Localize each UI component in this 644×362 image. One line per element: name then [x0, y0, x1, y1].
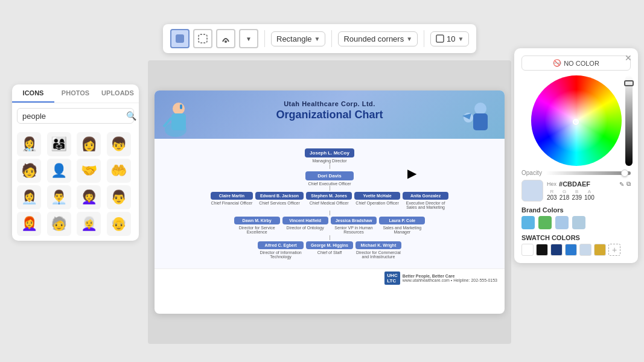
shape-chevron: ▼: [314, 36, 320, 42]
level3-node-3: Yvette McHale Chief Operation Officer: [354, 192, 400, 209]
icon-item[interactable]: 👩‍🦳: [77, 212, 101, 236]
copy-hex-icon[interactable]: ⧉: [626, 180, 631, 188]
svg-rect-3: [436, 35, 444, 42]
swatch-colors-row: +: [521, 244, 631, 256]
icon-item[interactable]: 👨‍💼: [47, 185, 71, 209]
search-icon[interactable]: 🔍: [126, 111, 136, 121]
brand-swatch-1[interactable]: [538, 216, 552, 229]
color-values-row: Hex #CBDAEF ✎ ⧉ R 203 G 218 B 239: [521, 180, 631, 202]
search-input[interactable]: [22, 112, 124, 121]
color-wheel-container[interactable]: [531, 75, 622, 166]
node-coo: Dori Davis: [305, 171, 354, 180]
no-color-label: NO COLOR: [564, 60, 599, 67]
swatch-darkblue[interactable]: [550, 244, 563, 256]
tab-icons[interactable]: ICONS: [12, 84, 54, 103]
icon-item[interactable]: 👩‍💼: [17, 185, 41, 209]
b-col: B 239: [572, 189, 582, 201]
icon-grid: 👩‍⚕️ 👨‍👩‍👧 👩 👦 🧑 👤 🤝 🤲 👩‍💼 👨‍💼 👩‍🦱 👨 👩‍🦰…: [12, 129, 139, 241]
separator2: [331, 30, 332, 47]
search-box: 🔍: [17, 108, 134, 124]
svg-point-5: [173, 103, 185, 115]
level5-node-1: George M. Higgins Chief of Staff: [306, 241, 353, 259]
icon-item[interactable]: 👩: [77, 132, 101, 156]
size-value: 10: [447, 34, 455, 43]
solid-shape-btn[interactable]: [170, 29, 190, 48]
color-inputs: Hex #CBDAEF ✎ ⧉ R 203 G 218 B 239: [547, 180, 631, 201]
icon-item[interactable]: 🤝: [77, 159, 101, 183]
color-wheel[interactable]: [531, 75, 622, 166]
org-body: Joseph L. McCoy Managing Director Dori D…: [155, 139, 505, 268]
header-figure-left: [161, 97, 209, 139]
swatch-gold[interactable]: [594, 244, 606, 256]
icon-item[interactable]: 👨: [107, 185, 131, 209]
size-icon: [436, 34, 444, 43]
icon-item[interactable]: 🧓: [47, 212, 71, 236]
no-color-icon: 🚫: [553, 59, 561, 67]
brand-colors-swatches: [521, 216, 631, 229]
role-ceo: Managing Director: [159, 159, 500, 163]
footer-text: Better People, Better Care: [403, 274, 497, 278]
icon-item[interactable]: 👴: [107, 212, 131, 236]
add-swatch-button[interactable]: +: [608, 244, 620, 256]
saturation-cursor[interactable]: [624, 80, 634, 86]
brand-swatch-3[interactable]: [572, 216, 585, 229]
corners-select[interactable]: Rounded corners ▼: [338, 31, 418, 46]
level4-node-3: Laura P. Cole Sales and Marketing Manage…: [379, 217, 425, 234]
shape-select[interactable]: Rectangle ▼: [271, 31, 325, 46]
swatch-black[interactable]: [536, 244, 548, 256]
icon-item[interactable]: 🤲: [107, 159, 131, 183]
tab-uploads[interactable]: UPLOADS: [97, 84, 139, 103]
icon-item[interactable]: 👩‍⚕️: [17, 132, 41, 156]
dashed-shape-btn[interactable]: [193, 29, 212, 48]
color-picker-panel: ✕ 🚫 NO COLOR Opacity Hex #CBDAEF ✎ ⧉: [514, 48, 638, 263]
level5-node-2: Michael K. Wright Director for Commercia…: [355, 241, 401, 259]
org-footer: UHCLTC Better People, Better Care www.ut…: [155, 268, 505, 287]
level4-node-2: Jessica Bradshaw Senior VP in Human Reso…: [331, 217, 377, 234]
org-chart-card: Utah Healthcare Corp. Ltd. Organizationa…: [155, 91, 505, 314]
org-header: Utah Healthcare Corp. Ltd. Organizationa…: [155, 91, 505, 139]
swatch-blue[interactable]: [565, 244, 577, 256]
separator: [264, 30, 265, 47]
org-company-name: Utah Healthcare Corp. Ltd.: [161, 100, 499, 107]
swatch-white[interactable]: [521, 244, 534, 256]
svg-rect-8: [180, 104, 182, 109]
level3-node-0: Claire Martin Chief Financial Officer: [211, 192, 253, 209]
style-btn[interactable]: [216, 29, 235, 48]
icon-item[interactable]: 👦: [107, 132, 131, 156]
icon-item[interactable]: 👩‍🦰: [17, 212, 41, 236]
saturation-bar-container[interactable]: [625, 75, 633, 166]
icon-item[interactable]: 👨‍👩‍👧: [47, 132, 71, 156]
edit-hex-icon[interactable]: ✎: [619, 181, 624, 188]
hex-row: Hex #CBDAEF ✎ ⧉: [547, 180, 631, 188]
brand-swatch-2[interactable]: [555, 216, 569, 229]
icon-item[interactable]: 👤: [47, 159, 71, 183]
current-color-swatch: [521, 180, 543, 202]
opacity-label: Opacity: [521, 170, 542, 176]
tab-photos[interactable]: PHOTOS: [54, 84, 97, 103]
svg-rect-10: [473, 113, 488, 130]
size-select[interactable]: 10 ▼: [430, 31, 469, 46]
opacity-handle[interactable]: [621, 170, 628, 177]
icon-item[interactable]: 👩‍🦱: [77, 185, 101, 209]
wheel-cursor[interactable]: [573, 119, 579, 125]
panel-tabs: ICONS PHOTOS UPLOADS: [12, 84, 139, 103]
swatch-lightblue[interactable]: [579, 244, 591, 256]
canvas-area[interactable]: Utah Healthcare Corp. Ltd. Organizationa…: [148, 60, 511, 344]
close-button[interactable]: ✕: [625, 53, 632, 63]
svg-rect-1: [199, 34, 207, 43]
dropdown-btn[interactable]: ▼: [239, 29, 258, 48]
a-col: A 100: [584, 189, 595, 201]
separator3: [424, 30, 424, 47]
icon-item[interactable]: 🧑: [17, 159, 41, 183]
level3-node-1: Edward B. Jackson Chief Services Officer: [255, 192, 304, 209]
brand-swatch-0[interactable]: [521, 216, 535, 229]
no-color-button[interactable]: 🚫 NO COLOR: [521, 56, 631, 71]
shape-label: Rectangle: [276, 34, 312, 43]
level5-node-0: Alfred C. Egbert Director of Information…: [258, 241, 304, 259]
hex-value: #CBDAEF: [559, 180, 617, 188]
left-panel: ICONS PHOTOS UPLOADS 🔍 👩‍⚕️ 👨‍👩‍👧 👩 👦 🧑 …: [12, 84, 139, 241]
svg-point-2: [225, 40, 227, 43]
level4-node-1: Vincent Hatfield Director of Ontology: [282, 217, 328, 234]
opacity-slider[interactable]: [546, 171, 631, 175]
rgba-row: R 203 G 218 B 239 A 100: [547, 189, 631, 201]
